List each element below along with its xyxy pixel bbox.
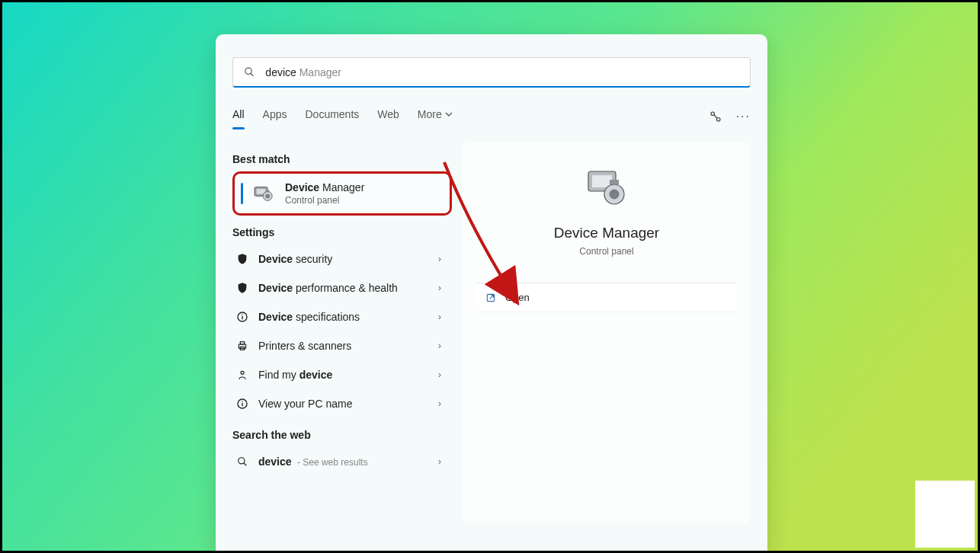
settings-item-device-specs[interactable]: Device specifications › (232, 302, 452, 331)
search-bar[interactable]: device Manager (232, 57, 751, 88)
svg-rect-8 (266, 190, 270, 193)
preview-title: Device Manager (476, 225, 737, 241)
printer-icon (236, 340, 248, 352)
result-label: Device security (258, 253, 438, 265)
info-icon (236, 311, 248, 323)
open-action[interactable]: Open (476, 283, 737, 312)
svg-point-18 (242, 401, 242, 401)
shield-icon (236, 282, 248, 294)
chevron-right-icon: › (438, 283, 441, 293)
settings-item-device-performance[interactable]: Device performance & health › (232, 273, 452, 302)
info-icon (236, 398, 248, 410)
svg-point-7 (265, 193, 270, 198)
corner-overlay (915, 481, 975, 548)
web-heading: Search the web (232, 429, 452, 441)
web-item-device[interactable]: device - See web results › (232, 447, 452, 476)
device-manager-large-icon (584, 167, 629, 208)
chevron-right-icon: › (438, 369, 441, 380)
result-label: Device performance & health (258, 282, 438, 294)
more-options-icon[interactable]: ··· (736, 110, 751, 123)
result-label: Device specifications (258, 311, 438, 323)
preview-subtitle: Control panel (476, 246, 737, 257)
chevron-right-icon: › (438, 398, 441, 409)
svg-point-24 (610, 190, 620, 200)
tab-more[interactable]: More (418, 108, 453, 125)
best-match-heading: Best match (232, 153, 452, 165)
search-tabs: All Apps Documents Web More ··· (232, 101, 751, 132)
result-label: View your PC name (258, 398, 438, 410)
preview-column: Device Manager Control panel Open (452, 142, 767, 553)
search-typed-text: device (265, 66, 296, 78)
svg-rect-25 (610, 180, 619, 184)
svg-line-20 (244, 463, 247, 466)
tab-documents[interactable]: Documents (305, 108, 359, 125)
settings-item-pc-name[interactable]: View your PC name › (232, 389, 452, 418)
tab-web[interactable]: Web (377, 108, 399, 125)
svg-line-1 (251, 73, 254, 76)
chevron-right-icon: › (438, 340, 441, 351)
open-label: Open (505, 292, 530, 303)
best-match-title: Device Manager (285, 181, 364, 193)
open-external-icon (485, 292, 496, 303)
chevron-right-icon: › (438, 456, 441, 467)
svg-point-0 (245, 68, 251, 74)
search-icon (237, 456, 248, 467)
settings-item-printers[interactable]: Printers & scanners › (232, 331, 452, 360)
svg-point-15 (241, 371, 244, 374)
device-manager-icon (253, 184, 274, 203)
search-icon (244, 66, 255, 78)
results-column: Best match Device Manager Control panel … (216, 142, 452, 553)
search-content: Best match Device Manager Control panel … (216, 142, 767, 553)
result-label: device - See web results (258, 456, 438, 468)
windows-search-panel: device Manager All Apps Documents Web Mo… (216, 34, 767, 553)
settings-item-device-security[interactable]: Device security › (232, 245, 452, 273)
chevron-right-icon: › (438, 254, 441, 264)
tab-apps[interactable]: Apps (263, 108, 287, 125)
svg-point-11 (242, 314, 242, 315)
result-label: Printers & scanners (258, 340, 438, 352)
settings-heading: Settings (232, 226, 452, 238)
network-icon[interactable] (709, 110, 722, 123)
search-input[interactable]: device Manager (265, 66, 739, 78)
result-label: Find my device (258, 369, 438, 381)
shield-icon (236, 253, 248, 265)
best-match-subtitle: Control panel (285, 195, 364, 206)
chevron-down-icon (445, 110, 453, 118)
settings-item-find-my-device[interactable]: Find my device › (232, 360, 452, 389)
tab-more-label: More (418, 108, 442, 120)
findmy-icon (236, 369, 248, 381)
preview-card: Device Manager Control panel Open (463, 142, 751, 523)
svg-rect-13 (240, 342, 244, 344)
svg-point-19 (239, 458, 245, 464)
chevron-right-icon: › (438, 312, 441, 322)
tab-all[interactable]: All (232, 108, 245, 125)
best-match-result[interactable]: Device Manager Control panel (232, 171, 452, 216)
search-suggestion-text: Manager (296, 66, 341, 78)
